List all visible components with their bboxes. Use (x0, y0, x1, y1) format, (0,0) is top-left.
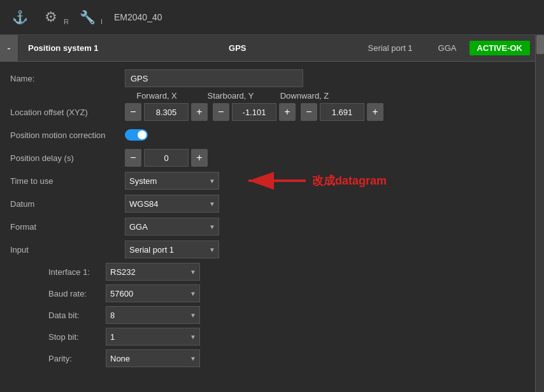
forward-plus-button[interactable]: + (191, 103, 208, 121)
input-row: Input Serial port 1 Serial port 2 UDP (0, 238, 535, 261)
downward-minus-button[interactable]: − (301, 103, 317, 121)
position-delay-item: − + (125, 149, 208, 167)
baud-row: Baud rate: 9600 19200 38400 57600 115200 (38, 283, 535, 304)
parity-row: Parity: None Even Odd (38, 347, 535, 369)
position-motion-toggle[interactable] (125, 129, 148, 141)
downward-header: Downward, Z (273, 91, 336, 101)
downward-plus-button[interactable]: + (367, 103, 383, 121)
baud-select-wrap: 9600 19200 38400 57600 115200 (106, 284, 200, 302)
interface-select[interactable]: RS232 RS422 RS485 (106, 263, 200, 281)
parity-select-wrap: None Even Odd (106, 349, 200, 367)
main-content: - Position system 1 GPS Serial port 1 GG… (0, 35, 544, 374)
i-label: I (101, 18, 103, 25)
starboard-y-item: − + (213, 103, 296, 121)
position-delay-label: Position delay (s) (10, 153, 125, 163)
starboard-plus-button[interactable]: + (279, 103, 296, 121)
interface-row: Interface 1: RS232 RS422 RS485 (38, 261, 535, 283)
emblem-icon: ⚓ (8, 5, 32, 29)
baud-label: Baud rate: (48, 289, 106, 298)
serial-port-label: Serial port 1 (355, 43, 426, 53)
input-select-wrap: Serial port 1 Serial port 2 UDP (125, 241, 219, 258)
position-delay-row: Position delay (s) − + (0, 146, 535, 169)
baud-select[interactable]: 9600 19200 38400 57600 115200 (106, 284, 200, 302)
position-system-title: Position system 1 (18, 43, 120, 53)
name-row: Name: (0, 67, 535, 90)
data-bit-select[interactable]: 7 8 (106, 306, 200, 324)
data-bit-label: Data bit: (48, 311, 106, 320)
interface-select-wrap: RS232 RS422 RS485 (106, 263, 200, 281)
position-delay-input[interactable] (144, 149, 189, 167)
annotation-text: 改成datagram (312, 173, 387, 188)
input-select[interactable]: Serial port 1 Serial port 2 UDP (125, 241, 219, 258)
time-to-use-select[interactable]: System Datagram Operator (125, 172, 219, 190)
time-to-use-select-wrap: System Datagram Operator (125, 172, 219, 190)
app-title: EM2040_40 (114, 12, 162, 22)
forward-x-input[interactable] (144, 103, 189, 121)
parity-label: Parity: (48, 354, 106, 363)
input-label: Input (10, 245, 125, 255)
interface-label: Interface 1: (48, 267, 106, 277)
annotation-arrow (236, 165, 312, 197)
collapse-button[interactable]: - (0, 35, 18, 62)
datum-select-wrap: WGS84 WGS72 Other (125, 195, 219, 213)
position-motion-label: Position motion correction (10, 130, 125, 140)
position-motion-row: Position motion correction (0, 123, 535, 146)
format-select-wrap: GGA GLL RMC (125, 218, 219, 235)
downward-z-item: − + (301, 103, 383, 121)
datum-select[interactable]: WGS84 WGS72 Other (125, 195, 219, 213)
gps-label: GPS (120, 43, 355, 53)
parity-select[interactable]: None Even Odd (106, 349, 200, 367)
stop-bit-row: Stop bit: 1 2 (38, 326, 535, 347)
format-label: Format (10, 222, 125, 232)
forward-x-item: − + (125, 103, 208, 121)
data-bit-select-wrap: 7 8 (106, 306, 200, 324)
section-header: - Position system 1 GPS Serial port 1 GG… (0, 35, 535, 62)
datum-row: Datum WGS84 WGS72 Other (0, 192, 535, 215)
name-label: Name: (10, 74, 125, 83)
stop-bit-select[interactable]: 1 2 (106, 328, 200, 346)
stop-bit-label: Stop bit: (48, 332, 106, 342)
format-select[interactable]: GGA GLL RMC (125, 218, 219, 235)
starboard-header: Starboard, Y (199, 91, 262, 101)
wrench-icon[interactable]: 🔧 (78, 7, 98, 27)
format-row: Format GGA GLL RMC (0, 215, 535, 238)
gga-label: GGA (426, 43, 469, 53)
forward-header: Forward, X (125, 91, 189, 101)
stop-bit-select-wrap: 1 2 (106, 328, 200, 346)
gear-icon[interactable]: ⚙ (41, 7, 61, 27)
downward-z-input[interactable] (320, 103, 364, 121)
status-badge: ACTIVE-OK (469, 41, 531, 55)
location-offset-label: Location offset (XYZ) (10, 108, 125, 117)
name-input[interactable] (125, 69, 303, 87)
starboard-minus-button[interactable]: − (213, 103, 229, 121)
forward-minus-button[interactable]: − (125, 103, 141, 121)
time-to-use-label: Time to use (10, 176, 125, 186)
annotation-group: 改成datagram (236, 165, 387, 197)
time-to-use-row: Time to use System Datagram Operator (0, 169, 535, 192)
form-area: Name: Forward, X Starboard, Y Downward, … (0, 62, 535, 374)
xyz-headers: Forward, X Starboard, Y Downward, Z (0, 90, 535, 101)
serial-sub-section: Interface 1: RS232 RS422 RS485 Baud rate… (0, 261, 535, 369)
delay-plus-button[interactable]: + (191, 149, 208, 167)
delay-minus-button[interactable]: − (125, 149, 141, 167)
r-label: R (64, 18, 69, 25)
data-bit-row: Data bit: 7 8 (38, 304, 535, 326)
datum-label: Datum (10, 199, 125, 209)
top-bar: ⚓ ⚙ R 🔧 I EM2040_40 (0, 0, 544, 35)
toggle-knob (138, 130, 147, 139)
location-offset-row: Location offset (XYZ) − + − + − (0, 101, 535, 123)
position-motion-toggle-wrap (125, 129, 148, 141)
xyz-group: − + − + − + (125, 103, 383, 121)
starboard-y-input[interactable] (232, 103, 276, 121)
